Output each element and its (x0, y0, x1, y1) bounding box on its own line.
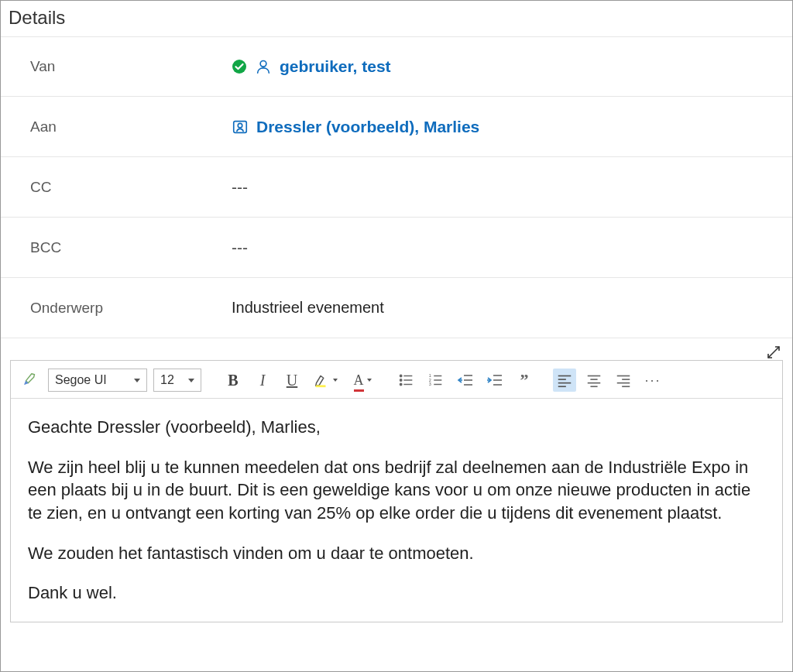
outdent-button[interactable] (454, 369, 477, 392)
svg-rect-4 (316, 385, 326, 387)
expand-row (1, 338, 792, 360)
cc-value[interactable]: --- (232, 178, 784, 197)
page-title: Details (1, 1, 792, 36)
more-options-button[interactable]: ··· (641, 369, 664, 392)
from-row: Van gebruiker, test (1, 36, 792, 97)
contact-card-icon (232, 118, 249, 135)
subject-row: Onderwerp Industrieel evenement (1, 278, 792, 338)
highlight-color-button[interactable] (310, 369, 341, 392)
font-size-value: 12 (160, 373, 174, 387)
body-paragraph: Dank u wel. (28, 581, 765, 605)
chevron-down-icon (367, 379, 372, 382)
chevron-down-icon (333, 379, 338, 382)
bulleted-list-button[interactable] (395, 369, 418, 392)
editor-wrap: Segoe UI 12 B I U A (1, 360, 792, 622)
svg-point-3 (238, 123, 242, 128)
email-body[interactable]: Geachte Dressler (voorbeeld), Marlies, W… (11, 399, 782, 622)
expand-icon[interactable] (766, 345, 781, 360)
editor-toolbar: Segoe UI 12 B I U A (11, 361, 782, 399)
from-label: Van (30, 58, 232, 75)
bcc-row: BCC --- (1, 218, 792, 278)
to-name: Dressler (voorbeeld), Marlies (256, 118, 479, 136)
from-value[interactable]: gebruiker, test (232, 57, 784, 76)
body-paragraph: Geachte Dressler (voorbeeld), Marlies, (28, 416, 765, 439)
details-fields: Van gebruiker, test Aan (1, 36, 792, 338)
font-size-select[interactable]: 12 (153, 369, 201, 392)
subject-label: Onderwerp (30, 300, 232, 317)
rich-text-editor: Segoe UI 12 B I U A (10, 360, 783, 622)
indent-button[interactable] (483, 369, 506, 392)
subject-value[interactable]: Industrieel evenement (232, 299, 784, 317)
align-center-button[interactable] (582, 369, 606, 392)
from-name: gebruiker, test (280, 57, 391, 76)
to-value[interactable]: Dressler (voorbeeld), Marlies (232, 118, 784, 136)
underline-button[interactable]: U (280, 369, 304, 392)
cc-row: CC --- (1, 157, 792, 218)
format-painter-icon[interactable] (19, 369, 42, 392)
svg-point-8 (400, 375, 401, 376)
blockquote-button[interactable]: ” (513, 369, 536, 392)
body-paragraph: We zijn heel blij u te kunnen meedelen d… (28, 456, 765, 525)
svg-text:3: 3 (429, 382, 431, 386)
chevron-down-icon (188, 379, 194, 382)
svg-point-9 (400, 379, 401, 381)
font-family-value: Segoe UI (55, 373, 107, 387)
bcc-value[interactable]: --- (232, 238, 784, 257)
svg-point-1 (260, 60, 266, 67)
person-icon (255, 58, 272, 75)
bcc-label: BCC (30, 239, 232, 256)
numbered-list-button[interactable]: 1 2 3 (424, 369, 448, 392)
chevron-down-icon (134, 379, 140, 382)
align-left-button[interactable] (553, 369, 576, 392)
to-row: Aan Dressler (voorbeeld), Marlies (1, 97, 792, 157)
bold-button[interactable]: B (221, 369, 245, 392)
presence-available-icon (232, 59, 247, 74)
cc-label: CC (30, 179, 232, 196)
to-label: Aan (30, 118, 232, 135)
font-color-button[interactable]: A (347, 369, 378, 392)
svg-point-10 (400, 383, 401, 385)
body-paragraph: We zouden het fantastisch vinden om u da… (28, 542, 765, 565)
font-family-select[interactable]: Segoe UI (48, 369, 147, 392)
italic-button[interactable]: I (251, 369, 274, 392)
align-right-button[interactable] (612, 369, 635, 392)
